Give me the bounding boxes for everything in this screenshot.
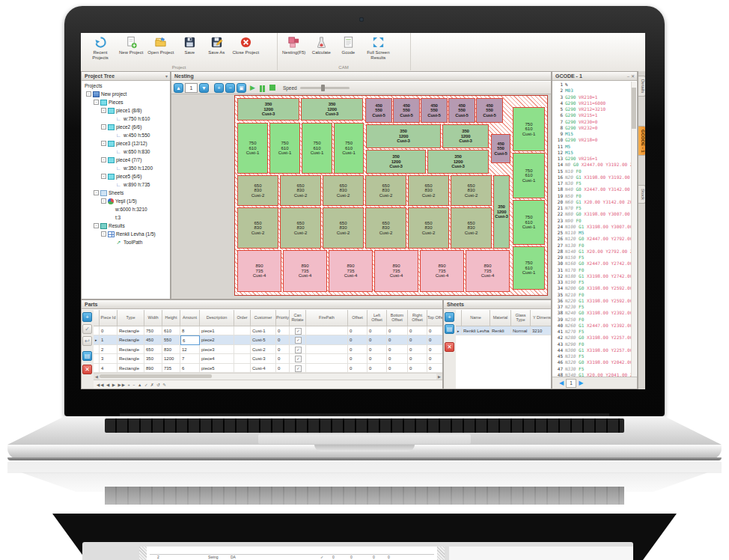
pager-next-icon[interactable]: ▶	[579, 380, 583, 386]
ribbon-close-project-button[interactable]: Close Project	[230, 36, 261, 55]
column-header-piece-id[interactable]: Piece Id	[100, 310, 118, 326]
nested-piece[interactable]: 890735Cust-4	[420, 250, 464, 292]
column-header-bottom-offset[interactable]: Bottom Offset	[387, 310, 408, 326]
can-rotate-checkbox[interactable]: ✓	[295, 347, 302, 353]
nested-piece[interactable]: 750610Cust-1	[513, 246, 545, 290]
zoom-out-button[interactable]: −	[225, 83, 235, 93]
tab-stock[interactable]: Stock	[638, 185, 645, 204]
tree-node-pieces[interactable]: -Pieces	[82, 98, 170, 106]
tree-node-t-3[interactable]: t:3	[82, 213, 170, 222]
nested-piece[interactable]: 750610Cust-1	[513, 107, 545, 151]
expander-icon[interactable]: -	[101, 141, 106, 146]
nested-piece[interactable]: 3501200Cust-3	[427, 150, 489, 174]
parts-hscrollbar[interactable]: ◀ ▶	[94, 373, 442, 380]
nested-piece[interactable]: 3501200Cust-3	[237, 98, 299, 121]
column-header-height[interactable]: Height	[162, 310, 180, 326]
pause-button[interactable]	[260, 85, 265, 92]
hscroll-left-icon[interactable]: ◀	[94, 374, 100, 380]
nested-piece[interactable]: 750610Cust-1	[302, 123, 332, 174]
can-rotate-checkbox[interactable]: ✓	[295, 365, 302, 372]
expander-icon[interactable]: -	[101, 108, 106, 113]
column-header-material[interactable]: Material	[490, 310, 511, 326]
delete-row-button[interactable]: ✕	[82, 365, 92, 374]
nested-piece[interactable]: 650830Cust-2	[280, 207, 321, 249]
column-header-can-rotate[interactable]: Can Rotate	[290, 310, 306, 326]
nested-piece[interactable]: 890735Cust-4	[374, 250, 418, 292]
column-header-top-offset[interactable]: Top Offset	[427, 310, 442, 326]
parts-hscroll-thumb[interactable]	[100, 374, 212, 378]
tree-node-piece3-12-12[interactable]: -piece3 (12/12)	[82, 139, 170, 147]
delete-sheet-button[interactable]: ✕	[445, 342, 454, 352]
parts-row[interactable]: 2Rectangle65083012piece3Cust-20✓00000	[94, 345, 442, 354]
gcode-scrollbar-thumb[interactable]	[632, 88, 636, 129]
add-sheet-button[interactable]: +	[445, 312, 454, 322]
tree-node-renkli-levha-1-5[interactable]: -Renkli Levha (1/5)	[82, 230, 170, 238]
tree-node-w-650-h-830[interactable]: ∟w:650 h:830	[82, 147, 170, 156]
column-header-offset[interactable]: Offset	[348, 310, 367, 326]
nested-piece[interactable]: 750610Cust-1	[237, 123, 268, 174]
tree-node-piece4-7-7[interactable]: -piece4 (7/7)	[82, 156, 170, 164]
expander-icon[interactable]: -	[86, 91, 91, 97]
column-header-left-offset[interactable]: Left Offset	[367, 310, 387, 326]
save-sheets-button[interactable]: ▤	[445, 324, 454, 334]
expander-icon[interactable]: -	[101, 174, 106, 179]
nested-piece[interactable]: 750610Cust-1	[334, 123, 364, 174]
column-header-glass-type[interactable]: Glass Type	[511, 310, 531, 326]
save-rows-button[interactable]: ▤	[82, 351, 92, 361]
tree-node-toolpath[interactable]: ↗ToolPath	[82, 238, 170, 246]
nested-piece[interactable]: 890735Cust-4	[466, 250, 510, 292]
nested-piece[interactable]: 450550Cust-5	[365, 98, 392, 123]
tree-node-piece5-6-6[interactable]: -piece5 (6/6)	[82, 172, 170, 180]
nested-piece[interactable]: 750610Cust-1	[513, 153, 545, 198]
sheet-down-button[interactable]: ▼	[199, 83, 209, 93]
nesting-canvas[interactable]: 3501200Cust-33501200Cust-3450550Cust-545…	[171, 94, 551, 299]
tab-gcode-1[interactable]: GCODE - 1	[638, 126, 645, 156]
nested-piece[interactable]: 890735Cust-4	[237, 250, 281, 292]
nested-piece[interactable]: 650830Cust-2	[365, 207, 406, 249]
tree-node-ye-il-1-5[interactable]: -Yeşil (1/5)	[82, 197, 170, 205]
nested-piece[interactable]: 3501200Cust-3	[301, 98, 363, 121]
ribbon-gcode-button[interactable]: Gcode	[335, 36, 362, 55]
hscroll-right-icon[interactable]: ▶	[436, 374, 442, 380]
nested-piece[interactable]: 650830Cust-2	[237, 207, 278, 249]
tree-node-w-750-h-610[interactable]: ∟w:750 h:610	[82, 115, 170, 123]
sheets-row[interactable]: ▸Renkli LevhaRenkliNormal32106000	[456, 326, 551, 335]
column-header-order[interactable]: Order	[234, 310, 251, 326]
sheet-number-spinner[interactable]: 1	[185, 83, 198, 93]
nested-piece[interactable]: 450550Cust-5	[476, 98, 503, 123]
column-header-amount[interactable]: Amount	[180, 310, 200, 326]
expander-icon[interactable]: -	[101, 198, 106, 204]
column-header-type[interactable]: Type	[118, 310, 144, 326]
expander-icon[interactable]: -	[94, 223, 99, 228]
nested-piece[interactable]: 650830Cust-2	[280, 175, 321, 206]
column-header-description[interactable]: Description	[200, 310, 234, 326]
nested-piece[interactable]: 750610Cust-1	[513, 200, 545, 245]
tab-details[interactable]: Details	[638, 76, 645, 97]
tree-node-w-890-h-735[interactable]: ∟w:890 h:735	[82, 180, 170, 189]
column-header-customer[interactable]: Customer	[251, 310, 276, 326]
nested-piece[interactable]: 650830Cust-2	[451, 207, 492, 249]
column-header-y-dimension[interactable]: Y Dimension	[531, 310, 551, 326]
sheet-up-button[interactable]: ▲	[174, 83, 183, 93]
column-header-priority[interactable]: Priority	[276, 310, 290, 326]
nested-piece[interactable]: 650830Cust-2	[323, 207, 364, 249]
parts-row[interactable]: 0Rectangle7506108piece1Cust-10✓00000	[94, 326, 442, 335]
nested-piece[interactable]: 3501200Cust-3	[442, 124, 489, 148]
speed-slider-thumb[interactable]	[321, 85, 325, 91]
ribbon-full-screen-results-button[interactable]: Full Screen Results	[362, 36, 394, 60]
nested-piece[interactable]: 450550Cust-5	[421, 98, 448, 123]
pin-icon[interactable]: ▾	[165, 72, 168, 81]
column-header-name[interactable]: Name	[462, 310, 490, 326]
column-header-firepath[interactable]: FirePath	[306, 310, 348, 326]
nested-piece[interactable]: 3501200Cust-3	[366, 124, 441, 148]
tree-node-w-6000-h-3210[interactable]: w:6000 h:3210	[82, 205, 170, 213]
nested-piece[interactable]: 450550Cust-5	[393, 98, 420, 123]
tree-node-piece1-8-8[interactable]: -piece1 (8/8)	[82, 106, 170, 115]
can-rotate-checkbox[interactable]: ✓	[295, 337, 302, 344]
speed-slider[interactable]	[300, 87, 350, 89]
tree-node-w-350-h-1200[interactable]: ∟w:350 h:1200	[82, 164, 170, 172]
ribbon-save-as-button[interactable]: Save As	[203, 36, 230, 55]
nested-piece[interactable]: 450550Cust-5	[448, 98, 475, 123]
zoom-fit-button[interactable]: ▣	[237, 83, 246, 93]
expander-icon[interactable]: -	[101, 157, 106, 162]
